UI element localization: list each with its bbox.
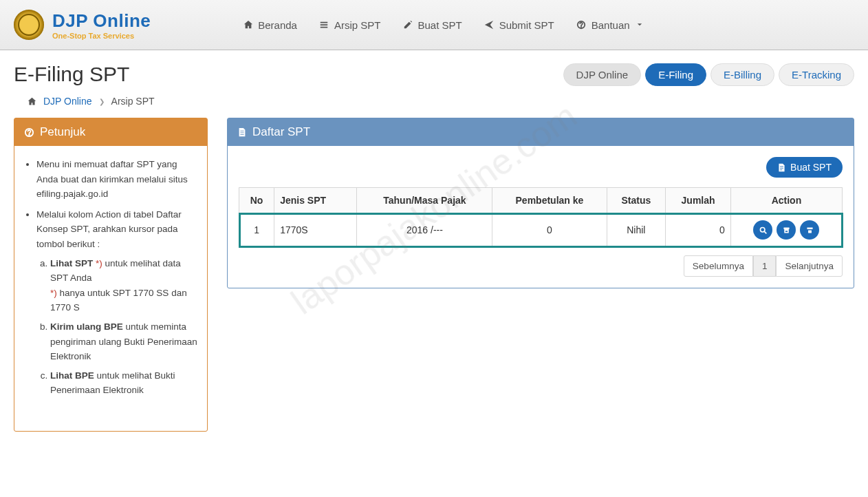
daftar-spt-title: Daftar SPT bbox=[252, 125, 310, 139]
cell-jumlah: 0 bbox=[666, 213, 731, 247]
kirim-ulang-bpe-button[interactable] bbox=[777, 220, 796, 240]
document-icon bbox=[237, 127, 247, 137]
home-icon bbox=[243, 20, 253, 30]
spt-table: No Jenis SPT Tahun/Masa Pajak Pembetulan… bbox=[239, 187, 843, 247]
nav-arsip-spt[interactable]: Arsip SPT bbox=[310, 14, 391, 36]
chevron-down-icon bbox=[635, 20, 645, 30]
pill-djp-online[interactable]: DJP Online bbox=[563, 63, 642, 86]
send-icon bbox=[484, 20, 495, 30]
svg-rect-5 bbox=[785, 231, 788, 232]
petunjuk-sub-c: Lihat BPE untuk melihat Bukti Penerimaan… bbox=[50, 368, 197, 398]
cell-jenis: 1770S bbox=[274, 213, 357, 247]
edit-icon bbox=[402, 20, 413, 30]
pager-prev[interactable]: Sebelumnya bbox=[684, 255, 753, 277]
pagination: Sebelumnya 1 Selanjutnya bbox=[239, 255, 843, 277]
service-pill-group: DJP Online E-Filing E-Billing E-Tracking bbox=[563, 63, 854, 86]
petunjuk-title: Petunjuk bbox=[40, 125, 85, 139]
nav-beranda[interactable]: Beranda bbox=[233, 14, 307, 36]
breadcrumb-current: Arsip SPT bbox=[111, 96, 155, 107]
cell-tahun: 2016 /--- bbox=[357, 213, 492, 247]
pager-next[interactable]: Selanjutnya bbox=[776, 255, 843, 277]
list-icon bbox=[319, 20, 329, 30]
breadcrumb: DJP Online ❯ Arsip SPT bbox=[0, 90, 868, 118]
brand-subtitle: One-Stop Tax Services bbox=[52, 32, 151, 40]
petunjuk-item-1: Menu ini memuat daftar SPT yang Anda bua… bbox=[36, 157, 197, 202]
daftar-spt-panel: Daftar SPT Buat SPT No Jenis SPT bbox=[227, 118, 854, 288]
col-action: Action bbox=[730, 188, 842, 213]
nav-bantuan[interactable]: Bantuan bbox=[567, 14, 655, 36]
brand-title: DJP Online bbox=[52, 10, 151, 32]
cell-no: 1 bbox=[239, 213, 274, 247]
help-icon bbox=[576, 20, 587, 30]
buat-spt-button[interactable]: Buat SPT bbox=[766, 157, 843, 178]
pill-e-billing[interactable]: E-Billing bbox=[710, 63, 774, 86]
col-jenis: Jenis SPT bbox=[274, 188, 357, 213]
info-icon bbox=[24, 127, 34, 138]
pager-page-1[interactable]: 1 bbox=[753, 255, 777, 277]
cell-pembetulan: 0 bbox=[492, 213, 607, 247]
cell-status: Nihil bbox=[607, 213, 666, 247]
brand-logo: DJP Online One-Stop Tax Services bbox=[14, 10, 151, 40]
top-navbar: DJP Online One-Stop Tax Services Beranda… bbox=[0, 0, 868, 50]
col-pembetulan: Pembetulan ke bbox=[492, 188, 607, 213]
col-no: No bbox=[239, 188, 274, 213]
page-header: E-Filing SPT DJP Online E-Filing E-Billi… bbox=[0, 50, 868, 90]
petunjuk-sub-b: Kirim ulang BPE untuk meminta pengiriman… bbox=[50, 319, 197, 364]
breadcrumb-root[interactable]: DJP Online bbox=[43, 96, 92, 107]
table-row[interactable]: 1 1770S 2016 /--- 0 Nihil 0 bbox=[239, 213, 843, 247]
col-tahun: Tahun/Masa Pajak bbox=[357, 188, 492, 213]
main-nav: Beranda Arsip SPT Buat SPT Submit SPT Ba… bbox=[233, 14, 654, 36]
lihat-spt-button[interactable] bbox=[753, 220, 772, 240]
petunjuk-panel: Petunjuk Menu ini memuat daftar SPT yang… bbox=[14, 118, 208, 432]
nav-submit-spt[interactable]: Submit SPT bbox=[475, 14, 564, 36]
petunjuk-item-2: Melalui kolom Action di tabel Daftar Kon… bbox=[36, 207, 197, 398]
lihat-bpe-button[interactable] bbox=[800, 220, 819, 240]
nav-buat-spt[interactable]: Buat SPT bbox=[393, 14, 471, 36]
pill-e-filing[interactable]: E-Filing bbox=[645, 63, 706, 86]
petunjuk-sub-a: Lihat SPT *) untuk melihat data SPT Anda… bbox=[50, 256, 197, 315]
cell-action bbox=[730, 213, 842, 247]
page-title: E-Filing SPT bbox=[14, 63, 129, 86]
svg-point-3 bbox=[29, 134, 30, 135]
svg-point-1 bbox=[581, 27, 582, 28]
document-icon bbox=[777, 163, 786, 172]
pill-e-tracking[interactable]: E-Tracking bbox=[779, 63, 854, 86]
col-jumlah: Jumlah bbox=[666, 188, 731, 213]
col-status: Status bbox=[607, 188, 666, 213]
seal-icon bbox=[14, 10, 44, 40]
chevron-right-icon: ❯ bbox=[99, 98, 105, 105]
home-icon bbox=[28, 97, 36, 106]
svg-point-4 bbox=[760, 227, 765, 232]
